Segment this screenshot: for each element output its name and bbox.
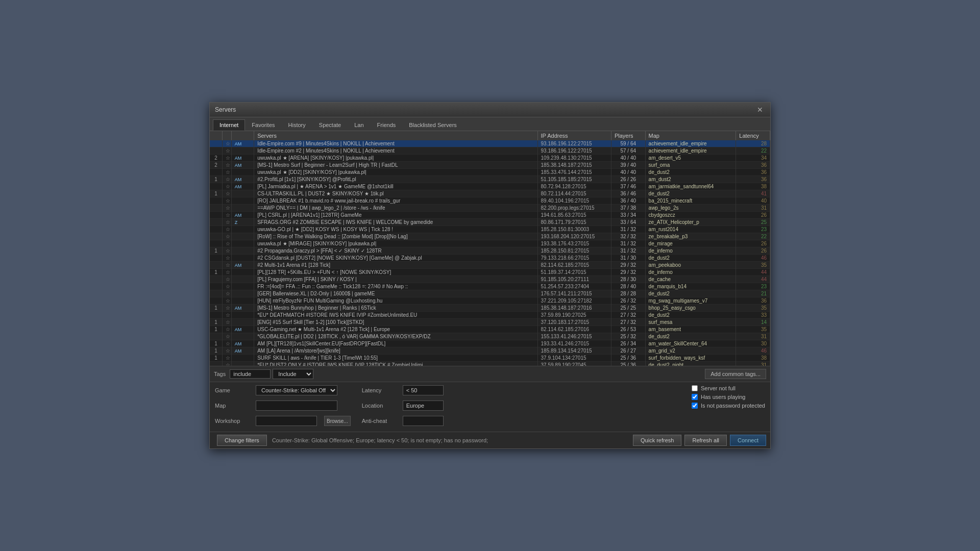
filter-workshop-input[interactable] <box>256 416 317 426</box>
table-row[interactable]: ☆ [HUN] ntrFlyBoyzNr FUN MultiGaming @Lu… <box>210 297 770 305</box>
checkbox-no-password[interactable] <box>692 403 698 409</box>
table-row[interactable]: ☆ FR :=[4od]= FFA .:: Fun :: GameMe :: T… <box>210 283 770 290</box>
col-header-players[interactable]: Players <box>611 131 645 140</box>
cell-fav[interactable]: ☆ <box>222 305 231 312</box>
cell-fav[interactable]: ☆ <box>222 312 231 319</box>
cell-fav[interactable]: ☆ <box>222 255 231 262</box>
table-row[interactable]: 2 ☆ AM [MS-1] Mestro Surf | Beginner - L… <box>210 162 770 169</box>
table-row[interactable]: ☆ AM #2 Multi-1v1 Arena #1 [128 Tick] 82… <box>210 262 770 269</box>
tags-select[interactable]: Include Exclude <box>273 369 313 379</box>
table-row[interactable]: ☆ [GER] Ballerwiese.XL | D2-Only | 16000… <box>210 290 770 297</box>
tab-history[interactable]: History <box>282 119 312 131</box>
filter-latency-input[interactable] <box>403 385 444 395</box>
cell-fav[interactable]: ☆ <box>222 169 231 176</box>
table-row[interactable]: ☆ Idle-Empire.com #2 | Minutes4Skins | N… <box>210 147 770 155</box>
col-header-ip[interactable]: IP Address <box>537 131 611 140</box>
cell-fav[interactable]: ☆ <box>222 183 231 190</box>
cell-fav[interactable]: ☆ <box>222 247 231 255</box>
close-button[interactable]: ✕ <box>755 106 765 114</box>
cell-fav[interactable]: ☆ <box>222 340 231 347</box>
filter-location-input[interactable] <box>403 400 444 411</box>
table-row[interactable]: 1 ☆ AM AM [LA] Arena | /Am/store/[ws][kn… <box>210 347 770 355</box>
table-row[interactable]: 1 ☆ AM [MS-1] Mestro Bunnyhop | Beginner… <box>210 305 770 312</box>
quick-refresh-button[interactable]: Quick refresh <box>633 435 681 446</box>
cell-fav[interactable]: ☆ <box>222 162 231 169</box>
table-row[interactable]: ☆ ==AWP ONLY== | DM | awp_lego_2 | /stor… <box>210 205 770 212</box>
table-row[interactable]: ☆ AM Idle-Empire.com #9 | Minutes4Skins … <box>210 140 770 147</box>
tab-spectate[interactable]: Spectate <box>312 119 348 131</box>
col-header-icons[interactable] <box>231 131 254 140</box>
tab-blacklisted[interactable]: Blacklisted Servers <box>402 119 463 131</box>
tags-input[interactable] <box>230 369 271 379</box>
table-row[interactable]: 1 ☆ AM #2.ProfitLpl [1v1] [SKINY/KOSY] @… <box>210 176 770 183</box>
table-row[interactable]: ☆ *EU* DEATHMATCH #ISTORE IWS KNIFE IVIP… <box>210 312 770 319</box>
cell-server: CS-ULTRASKILL.PL | DUST2 ★ SKINY/KOSY ★ … <box>254 190 537 197</box>
cell-fav[interactable]: ☆ <box>222 190 231 197</box>
cell-fav[interactable]: ☆ <box>222 197 231 205</box>
table-row[interactable]: ☆ *EU* DUST2 ONLY # ISTORE IWS KNIFE IVI… <box>210 362 770 366</box>
cell-fav[interactable]: ☆ <box>222 240 231 247</box>
table-row[interactable]: ☆ *GLOBALELITE.pl | DD2 | 128TICK , ó VA… <box>210 333 770 340</box>
table-row[interactable]: ☆ Z SFRAGS.ORG #2 ZOMBIE ESCAPE | IWS KN… <box>210 219 770 226</box>
filter-browse-button[interactable]: Browse... <box>324 416 351 426</box>
cell-fav[interactable]: ☆ <box>222 205 231 212</box>
table-row[interactable]: 1 ☆ [ENG] #15 Surf Skill [Tier 1-2] [100… <box>210 319 770 326</box>
col-header-map[interactable]: Map <box>645 131 736 140</box>
cell-fav[interactable]: ☆ <box>222 226 231 233</box>
table-row[interactable]: 1 ☆ [PL][128 TR] +5Kills.EU > +FUN < ↑ [… <box>210 269 770 276</box>
cell-fav[interactable]: ☆ <box>222 176 231 183</box>
tab-internet[interactable]: Internet <box>213 119 245 131</box>
cell-fav[interactable]: ☆ <box>222 233 231 240</box>
table-row[interactable]: 2 ☆ AM uwuwka.pl ★ [ARENA] [SKINY/KOSY] … <box>210 155 770 162</box>
table-row[interactable]: ☆ [PL] Fragujemy.com [FFA] | SKINY / KOS… <box>210 276 770 283</box>
checkbox-has-users[interactable] <box>692 394 698 400</box>
table-row[interactable]: ☆ #2 CSGdansk.pl [DUST2] [NOWE SKINY/KOS… <box>210 255 770 262</box>
change-filters-button[interactable]: Change filters <box>217 435 267 446</box>
table-row[interactable]: ☆ AM [PL] CSRL.pl | [ARENA1v1] [128TR] G… <box>210 212 770 219</box>
cell-fav[interactable]: ☆ <box>222 140 231 147</box>
tab-favorites[interactable]: Favorites <box>245 119 281 131</box>
filter-anticheat-input[interactable] <box>403 416 444 426</box>
cell-fav[interactable]: ☆ <box>222 219 231 226</box>
col-header-num[interactable] <box>210 131 222 140</box>
cell-fav[interactable]: ☆ <box>222 147 231 155</box>
tab-friends[interactable]: Friends <box>371 119 403 131</box>
table-row[interactable]: 1 ☆ #2 Propaganda.Graczy.pl > [FFA] < ✓ … <box>210 247 770 255</box>
table-row[interactable]: ☆ [RO] JAILBREAK #1 b.mavid.ro # www.jai… <box>210 197 770 205</box>
col-header-server[interactable]: Servers <box>254 131 537 140</box>
cell-fav[interactable]: ☆ <box>222 355 231 362</box>
cell-fav[interactable]: ☆ <box>222 362 231 366</box>
cell-fav[interactable]: ☆ <box>222 319 231 326</box>
filter-game-select[interactable]: Counter-Strike: Global Offensive <box>256 385 337 395</box>
cell-fav[interactable]: ☆ <box>222 290 231 297</box>
table-row[interactable]: 1 ☆ CS-ULTRASKILL.PL | DUST2 ★ SKINY/KOS… <box>210 190 770 197</box>
cell-fav[interactable]: ☆ <box>222 212 231 219</box>
cell-fav[interactable]: ☆ <box>222 262 231 269</box>
cell-ip: 176.57.141.211:27015 <box>537 290 611 297</box>
connect-button[interactable]: Connect <box>730 435 766 446</box>
cell-fav[interactable]: ☆ <box>222 269 231 276</box>
add-common-tags-button[interactable]: Add common tags... <box>705 369 766 379</box>
cell-fav[interactable]: ☆ <box>222 326 231 333</box>
cell-fav[interactable]: ☆ <box>222 276 231 283</box>
table-row[interactable]: ☆ AM [PL] Jarmiatka.pl | ★ ARENA > 1v1 ★… <box>210 183 770 190</box>
cell-fav[interactable]: ☆ <box>222 155 231 162</box>
cell-icons <box>231 190 254 197</box>
table-row[interactable]: ☆ uwuwka.pl ★ [MIRAGE] [SKINY/KOSY] |puk… <box>210 240 770 247</box>
tab-lan[interactable]: Lan <box>348 119 370 131</box>
table-row[interactable]: ☆ uwuwka-GO.pl | ★ [DD2] KOSY WS | KOSY … <box>210 226 770 233</box>
table-row[interactable]: ☆ uwuwka.pl ★ [DD2] [SKINY/KOSY] |pukawk… <box>210 169 770 176</box>
col-header-fav[interactable] <box>222 131 231 140</box>
filter-map-input[interactable] <box>256 400 337 411</box>
cell-fav[interactable]: ☆ <box>222 297 231 305</box>
cell-fav[interactable]: ☆ <box>222 333 231 340</box>
checkbox-not-full[interactable] <box>692 385 698 391</box>
refresh-all-button[interactable]: Refresh all <box>684 435 727 446</box>
cell-fav[interactable]: ☆ <box>222 347 231 355</box>
col-header-latency[interactable]: Latency <box>736 131 770 140</box>
table-row[interactable]: 1 ☆ AM USC-Gaming.net ★ Multi-1v1 Arena … <box>210 326 770 333</box>
table-row[interactable]: ☆ [RoW] :: Rise of The Walking Dead :: [… <box>210 233 770 240</box>
table-row[interactable]: 1 ☆ SURF SKILL | aws - /knife | TIER 1-3… <box>210 355 770 362</box>
cell-fav[interactable]: ☆ <box>222 283 231 290</box>
table-row[interactable]: 1 ☆ AM AM [PL][TR128]1vs1[SkillCenter.EU… <box>210 340 770 347</box>
